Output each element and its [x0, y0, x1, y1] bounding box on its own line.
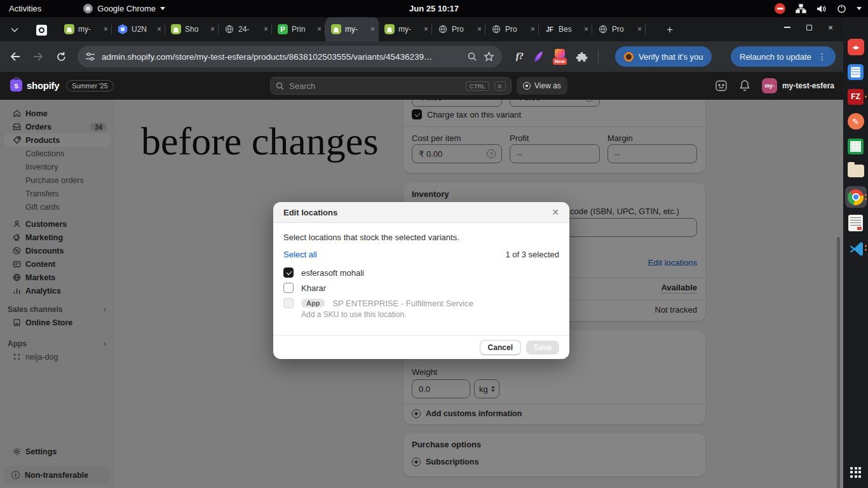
window-restore-button[interactable] [804, 22, 814, 32]
shopify-bag-icon: s [10, 79, 22, 92]
account-menu[interactable]: my- my-test-esfera [762, 78, 834, 93]
document-viewer-app-icon[interactable] [845, 214, 867, 233]
tab-close-icon[interactable]: × [317, 25, 322, 34]
system-menu-caret-icon[interactable] [857, 7, 862, 10]
vscode-app-icon[interactable] [845, 238, 867, 257]
tab-8[interactable]: Pro× [432, 17, 485, 41]
tab-11[interactable]: Pro× [592, 17, 646, 41]
store-avatar: my- [762, 78, 777, 93]
volume-icon[interactable] [817, 4, 827, 13]
view-as-button[interactable]: View as [517, 77, 567, 95]
notifications-bell-icon[interactable] [739, 79, 750, 92]
admin-search-input[interactable]: Search CTRL K [270, 77, 512, 95]
shopify-favicon [384, 24, 395, 34]
location-checkbox[interactable] [283, 268, 294, 278]
printify-favicon: P [278, 24, 288, 34]
location-row-disabled: App SP ENTERPRISE - Fulfillment Service [283, 298, 473, 308]
show-applications-icon[interactable] [845, 463, 867, 482]
back-button[interactable] [8, 49, 23, 64]
filezilla-app-icon[interactable]: FZ [845, 87, 867, 106]
tab-2[interactable]: U2N× [112, 17, 165, 41]
tab-close-icon[interactable]: × [157, 25, 161, 34]
reload-button[interactable] [53, 49, 69, 64]
window-close-button[interactable]: × [825, 22, 836, 32]
tab-close-icon[interactable]: × [210, 25, 215, 34]
new-tab-button[interactable]: + [662, 22, 677, 37]
do-not-disturb-icon[interactable] [775, 3, 785, 14]
pencil-app-icon[interactable]: ✎ [845, 112, 867, 131]
select-all-link[interactable]: Select all [283, 250, 317, 259]
power-icon[interactable] [837, 4, 846, 13]
relaunch-update-button[interactable]: Relaunch to update⋮ [731, 46, 836, 67]
file-manager-app-icon[interactable] [845, 161, 867, 180]
search-placeholder: Search [289, 81, 315, 91]
clock[interactable]: Jun 25 10:17 [0, 4, 868, 13]
shopify-favicon [64, 24, 74, 34]
location-checkbox-disabled [283, 298, 294, 308]
location-note: Add a SKU to use this location. [301, 310, 406, 319]
globe-favicon [224, 24, 234, 34]
shopify-logo[interactable]: s shopify Summer '25 [10, 79, 114, 92]
tab-3[interactable]: Sho× [165, 17, 219, 41]
tab-close-icon[interactable]: × [264, 25, 268, 34]
bookmark-star-icon[interactable] [484, 51, 494, 62]
location-row[interactable]: esferasoft mohali [283, 268, 364, 278]
cancel-button[interactable]: Cancel [480, 340, 521, 355]
network-icon[interactable] [796, 4, 806, 13]
edition-badge[interactable]: Summer '25 [66, 80, 113, 92]
tab-7[interactable]: my-× [379, 17, 432, 41]
view-as-eye-icon [523, 82, 531, 90]
pinned-tab[interactable] [31, 22, 52, 38]
remote-desktop-app-icon[interactable]: ◂▸ [845, 37, 867, 57]
globe-favicon [438, 24, 448, 34]
screen: Activities Google Chrome Jun 25 10:17 ◂▸… [0, 0, 868, 488]
chrome-dock-icon[interactable] [845, 186, 867, 208]
tab-10[interactable]: JFBes× [539, 17, 592, 41]
tab-search-button[interactable] [8, 23, 22, 37]
page-scrollbar[interactable] [837, 237, 840, 488]
tab-close-icon[interactable]: × [370, 25, 375, 34]
spreadsheet-app-icon[interactable] [845, 137, 867, 156]
extensions-puzzle-icon[interactable] [576, 51, 588, 63]
tab-9[interactable]: Pro× [485, 17, 539, 41]
modal-header: Edit locations ✕ [273, 202, 569, 223]
tab-1[interactable]: my-× [58, 17, 112, 41]
u2n-favicon [118, 24, 128, 34]
modal-close-icon[interactable]: ✕ [552, 207, 559, 217]
k-key-badge: K [494, 81, 506, 91]
url-text[interactable]: admin.shopify.com/store/my-test-esfera/p… [102, 52, 461, 62]
inbox-icon[interactable] [715, 79, 728, 92]
verify-profile-button[interactable]: Verify that it's you [615, 46, 712, 67]
address-bar[interactable]: admin.shopify.com/store/my-test-esfera/p… [78, 46, 502, 67]
store-name: my-test-esfera [782, 81, 834, 90]
new-extension-icon[interactable]: New [553, 48, 567, 65]
modal-title: Edit locations [283, 208, 552, 217]
window-minimize-button[interactable] [782, 22, 792, 32]
modal-footer: Cancel Save [273, 335, 569, 359]
browser-menu-icon[interactable]: ⋮ [818, 51, 827, 62]
forward-button[interactable] [31, 49, 46, 64]
text-editor-app-icon[interactable] [845, 62, 867, 81]
tab-close-icon[interactable]: × [477, 25, 482, 34]
location-checkbox[interactable] [283, 283, 294, 293]
tab-6-active[interactable]: my-× [325, 17, 379, 41]
tab-close-icon[interactable]: × [584, 25, 588, 34]
globe-favicon [598, 24, 608, 34]
save-button[interactable]: Save [526, 341, 559, 355]
app-badge: App [301, 299, 325, 308]
tab-close-icon[interactable]: × [531, 25, 535, 34]
tab-close-icon[interactable]: × [104, 25, 108, 34]
tab-close-icon[interactable]: × [637, 25, 642, 34]
globe-favicon [491, 24, 501, 34]
tab-close-icon[interactable]: × [424, 25, 428, 34]
tab-4[interactable]: 24-× [219, 17, 272, 41]
browser-window: my-× U2N× Sho× 24-× PPrin× my-× my-× Pro… [0, 17, 843, 488]
search-icon [276, 82, 284, 90]
location-row[interactable]: Kharar [283, 283, 326, 293]
quill-extension-icon[interactable] [532, 50, 544, 63]
shopify-favicon [331, 24, 341, 34]
tab-5[interactable]: PPrin× [272, 17, 325, 41]
fonts-extension-icon[interactable]: f? [516, 51, 524, 62]
zoom-icon[interactable] [467, 51, 477, 62]
site-info-icon[interactable] [85, 52, 95, 61]
